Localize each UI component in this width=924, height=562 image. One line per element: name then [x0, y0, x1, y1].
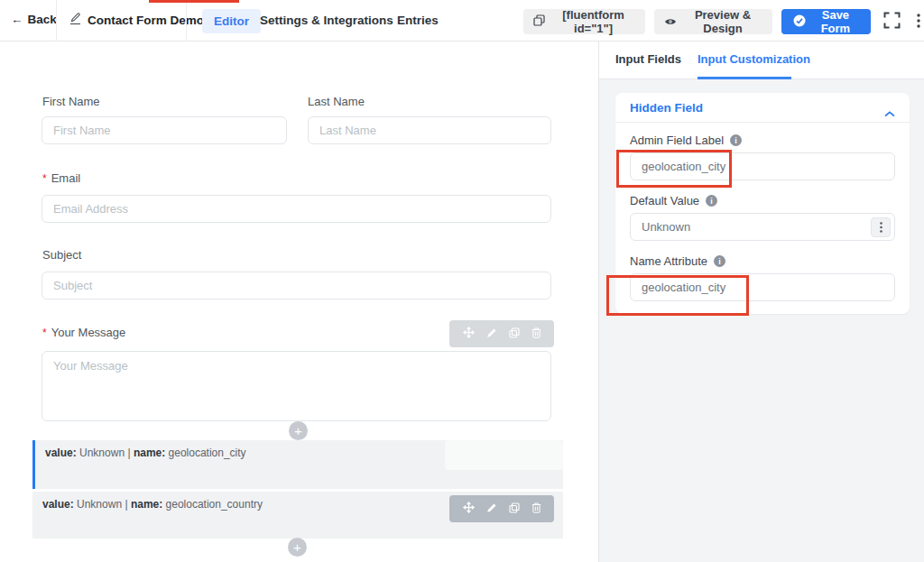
- tab-settings-label: Settings & Integrations: [260, 14, 393, 27]
- annotation-strip: [149, 0, 239, 3]
- check-circle-icon: [793, 14, 806, 30]
- toolbar-actions: [fluentform id="1"] Preview & Design: [523, 8, 924, 35]
- label-name-attribute: Name Attribute i: [630, 254, 895, 268]
- tab-editor-label: Editor: [214, 14, 249, 28]
- save-form-label: Save Form: [812, 8, 859, 35]
- delete-field-button[interactable]: [530, 326, 543, 343]
- info-icon[interactable]: i: [706, 195, 717, 207]
- pencil-icon: [486, 502, 497, 516]
- email-input[interactable]: [42, 195, 551, 223]
- duplicate-icon: [509, 327, 520, 341]
- more-options-button[interactable]: [913, 10, 924, 34]
- active-tab-underline: [698, 77, 791, 79]
- add-field-button[interactable]: +: [289, 421, 308, 440]
- chevron-up-icon[interactable]: [884, 105, 895, 121]
- tab-input-customization[interactable]: Input Customization: [698, 52, 810, 66]
- hidden-field-summary: value: Unknown | name: geolocation_city: [45, 447, 246, 459]
- fluentform-editor-page: ← Back Contact Form Demo Editor Settings…: [0, 0, 924, 562]
- kebab-menu-icon: [917, 14, 920, 31]
- add-field-button[interactable]: +: [288, 538, 307, 557]
- first-name-input[interactable]: [42, 116, 287, 144]
- field-label-last-name: Last Name: [308, 95, 365, 108]
- edit-field-button[interactable]: [485, 501, 499, 518]
- hidden-field-summary: value: Unknown | name: geolocation_count…: [42, 498, 263, 511]
- duplicate-field-button[interactable]: [507, 326, 522, 343]
- info-icon[interactable]: i: [730, 134, 742, 146]
- trash-icon: [531, 502, 541, 516]
- move-icon: [463, 327, 475, 341]
- field-label-subject: Subject: [42, 248, 81, 262]
- tab-input-fields[interactable]: Input Fields: [615, 52, 681, 66]
- sidebar-tabs: Input Fields Input Customization: [599, 41, 924, 79]
- label-admin-field-label: Admin Field Label i: [630, 134, 895, 147]
- field-action-toolbar: [449, 320, 554, 347]
- form-title: Contact Form Demo: [69, 13, 204, 28]
- shortcode-picker-button[interactable]: [871, 217, 891, 237]
- label-default-value: Default Value i: [630, 194, 895, 207]
- back-label: Back: [28, 13, 57, 26]
- preview-design-button[interactable]: Preview & Design: [654, 9, 772, 34]
- trash-icon: [531, 327, 541, 341]
- save-form-button[interactable]: Save Form: [781, 9, 871, 34]
- edit-field-button[interactable]: [485, 326, 499, 343]
- panel-title: Hidden Field: [630, 101, 703, 115]
- move-field-button[interactable]: [461, 500, 476, 518]
- delete-field-button[interactable]: [530, 501, 543, 518]
- move-icon: [463, 502, 475, 516]
- field-label-your-message: *Your Message: [42, 326, 125, 339]
- required-mark: *: [42, 172, 47, 185]
- tab-editor[interactable]: Editor: [202, 9, 261, 33]
- eye-icon: [664, 15, 677, 29]
- shortcode-label: [fluentform id="1"]: [551, 8, 635, 35]
- duplicate-icon: [509, 502, 520, 516]
- field-label-email: *Email: [42, 171, 80, 185]
- shortcode-button[interactable]: [fluentform id="1"]: [523, 9, 645, 34]
- info-icon[interactable]: i: [714, 255, 725, 267]
- faded-toolbar-area: [445, 440, 563, 470]
- preview-design-label: Preview & Design: [683, 8, 762, 35]
- move-field-button[interactable]: [461, 325, 476, 343]
- plus-icon: +: [294, 424, 302, 438]
- panel-header-hidden-field[interactable]: Hidden Field: [615, 93, 910, 123]
- fullscreen-icon: [883, 12, 901, 32]
- tab-settings-integrations[interactable]: Settings & Integrations: [260, 14, 393, 27]
- plus-icon: +: [293, 540, 301, 554]
- required-mark: *: [42, 327, 47, 339]
- annotation-box-name-attribute: [606, 275, 749, 316]
- field-label-first-name: First Name: [42, 95, 100, 108]
- back-arrow-icon: ←: [11, 13, 23, 26]
- tab-entries-label: Entries: [397, 14, 439, 27]
- top-toolbar: ← Back Contact Form Demo Editor Settings…: [0, 0, 924, 41]
- last-name-input[interactable]: [308, 116, 551, 144]
- annotation-box-admin-field-label: [616, 150, 732, 188]
- divider: [186, 0, 187, 41]
- back-button[interactable]: ← Back: [11, 13, 57, 26]
- default-value-wrap: [630, 213, 895, 241]
- field-action-toolbar: [449, 495, 554, 522]
- default-value-input[interactable]: [630, 213, 895, 241]
- divider: [56, 0, 57, 41]
- pencil-icon: [486, 327, 497, 341]
- copy-icon: [533, 14, 545, 29]
- edit-pencil-icon[interactable]: [69, 13, 81, 28]
- subject-input[interactable]: [42, 272, 551, 299]
- tab-entries[interactable]: Entries: [397, 14, 439, 27]
- hidden-field-row-geolocation-city[interactable]: value: Unknown | name: geolocation_city: [32, 440, 563, 489]
- form-editor-canvas: First Name Last Name *Email Subject *You…: [0, 41, 598, 562]
- fullscreen-button[interactable]: [880, 8, 904, 35]
- your-message-textarea[interactable]: [42, 351, 551, 421]
- duplicate-field-button[interactable]: [507, 501, 522, 518]
